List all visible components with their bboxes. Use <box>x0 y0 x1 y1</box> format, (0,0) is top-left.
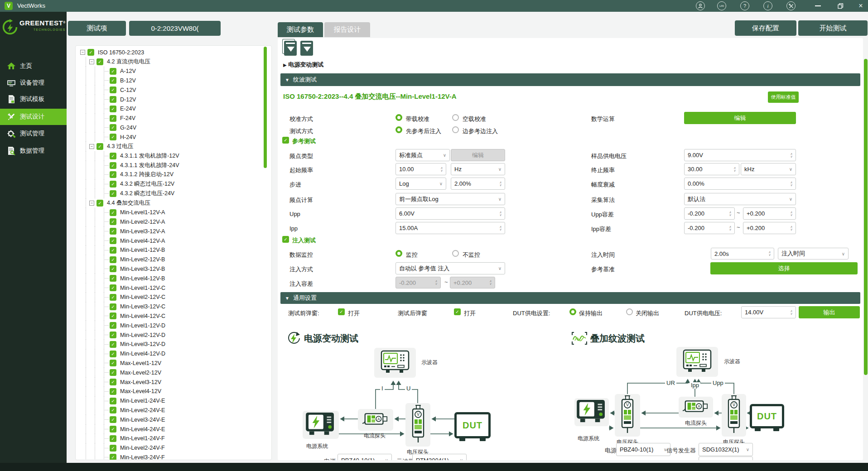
tree-checkbox[interactable] <box>110 398 116 404</box>
section-power-var-collapsed[interactable]: ▶ 电源变动测试 <box>283 61 323 69</box>
start-freq-unit-select[interactable]: Hz∨ <box>451 163 505 175</box>
ref-base-select-button[interactable]: 选择 <box>710 262 858 274</box>
radio-monitor-off[interactable] <box>452 250 459 257</box>
scope-select[interactable]: RTM3004(1)∨ <box>412 454 467 460</box>
tree-item-label[interactable]: Max-Level4-12V <box>120 388 161 394</box>
tree-item[interactable]: Min-Level3-12V-D <box>76 340 165 349</box>
inject-time-unit-select[interactable]: 注入时间∨ <box>778 248 849 260</box>
tree-checkbox[interactable] <box>96 200 103 207</box>
output-button[interactable]: 输出 <box>799 306 860 318</box>
tools-icon[interactable] <box>786 1 796 10</box>
tree-item-label[interactable]: Max-Level1-12V <box>120 360 161 366</box>
expander-icon[interactable]: − <box>89 201 94 206</box>
tree-item[interactable]: 4.3.1.1 发电机故障-24V <box>76 161 179 170</box>
tree-item[interactable]: Min-Level4-12V-B <box>76 274 165 283</box>
tree-item[interactable]: Max-Level2-12V <box>76 368 161 377</box>
tree-item-label[interactable]: Max-Level3-12V <box>120 379 161 385</box>
tree-item[interactable]: Min-Level4-12V-C <box>76 311 165 321</box>
minimize-icon[interactable] <box>813 1 822 10</box>
tree-item-label[interactable]: D-12V <box>120 96 136 103</box>
tree-item[interactable]: Min-Level3-12V-B <box>76 264 165 274</box>
math-edit-button[interactable]: 编辑 <box>684 112 796 124</box>
tree-checkbox[interactable] <box>110 124 116 131</box>
pre-popup-checkbox[interactable] <box>338 308 345 315</box>
tree-item[interactable]: Min-Level2-12V-D <box>76 330 165 340</box>
tree-item-label[interactable]: Min-Level1-12V-B <box>120 247 165 253</box>
tree-checkbox[interactable] <box>110 341 116 348</box>
tree-item-label[interactable]: 4.2 直流供电电压 <box>107 58 150 66</box>
collapse-all-icon[interactable] <box>284 41 297 56</box>
sidebar-item-home[interactable]: 主页 <box>0 58 67 74</box>
start-test-button[interactable]: 开始测试 <box>798 20 868 36</box>
tree-checkbox[interactable] <box>110 445 116 452</box>
tree-item[interactable]: −ISO 16750-2:2023 <box>76 48 144 57</box>
tab-test-params[interactable]: 测试参数 <box>278 22 323 37</box>
radio-ref-first[interactable] <box>395 126 402 133</box>
tree-checkbox[interactable] <box>110 115 116 122</box>
main-scrollbar[interactable] <box>864 59 868 375</box>
ref-test-checkbox[interactable] <box>282 137 289 144</box>
tree-item[interactable]: B-12V <box>76 76 136 85</box>
tree-item-label[interactable]: Min-Level1-12V-D <box>120 322 165 329</box>
tree-item[interactable]: Min-Level1-12V-A <box>76 208 165 217</box>
tree-item-label[interactable]: F-24V <box>120 115 135 121</box>
tree-checkbox[interactable] <box>110 369 116 376</box>
tree-item-label[interactable]: Min-Level2-12V-A <box>120 219 165 225</box>
radio-monitor-on[interactable] <box>395 250 402 257</box>
tree-item-label[interactable]: 4.3.1.1 发电机故障-12V <box>120 152 179 160</box>
help-icon[interactable]: ? <box>740 1 749 10</box>
sidebar-item-data[interactable]: 数据管理 <box>0 143 67 159</box>
atten-input[interactable]: 0.00%∧∨ <box>684 178 796 190</box>
post-popup-checkbox[interactable] <box>454 308 461 315</box>
tree-checkbox[interactable] <box>110 294 116 301</box>
tree-item-label[interactable]: Min-Level1-12V-A <box>120 209 165 216</box>
use-standard-button[interactable]: 使用标准值 <box>768 91 799 103</box>
tree-checkbox[interactable] <box>110 454 116 460</box>
radio-loaded-cal[interactable] <box>395 114 402 121</box>
upp-tol-max-input[interactable]: +0.200∧∨ <box>743 207 796 220</box>
test-items-button[interactable]: 测试项 <box>68 21 126 36</box>
tree-checkbox[interactable] <box>110 247 116 254</box>
tree-item-label[interactable]: C-12V <box>120 87 136 93</box>
tree-item-label[interactable]: 4.4 叠加交流电压 <box>107 199 150 207</box>
tree-item-label[interactable]: H-24V <box>120 134 136 140</box>
tree-item[interactable]: Min-Level3-24V-E <box>76 415 165 424</box>
tree-item-label[interactable]: 4.3.1.2 跨接启动-12V <box>120 171 174 178</box>
tree-item[interactable]: E-24V <box>76 104 136 114</box>
tree-checkbox[interactable] <box>110 256 116 263</box>
tree-item[interactable]: Min-Level2-24V-F <box>76 443 165 453</box>
tree-checkbox[interactable] <box>110 77 116 84</box>
tree-item[interactable]: −4.2 直流供电电压 <box>76 57 150 67</box>
upp-input[interactable]: 6.00V∧∨ <box>395 207 505 220</box>
tree-item-label[interactable]: Min-Level4-12V-B <box>120 275 165 282</box>
tree-item[interactable]: A-12V <box>76 67 136 76</box>
tree-item[interactable]: 4.3.2 瞬态过电压-12V <box>76 179 174 189</box>
tree-item[interactable]: Min-Level2-12V-B <box>76 255 165 264</box>
algo-select[interactable]: 默认法∨ <box>684 193 796 205</box>
tree-item-label[interactable]: A-12V <box>120 68 136 74</box>
inject-mode-select[interactable]: 自动以 参考值 注入∨ <box>395 262 505 274</box>
tree-checkbox[interactable] <box>110 360 116 366</box>
tree-item-label[interactable]: Min-Level2-12V-C <box>120 294 165 300</box>
tree-item-label[interactable]: Min-Level2-24V-F <box>120 445 165 451</box>
test-id-button[interactable]: 0-2:2023VW80( <box>129 21 221 36</box>
tree-item-label[interactable]: 4.3 过电压 <box>107 143 133 150</box>
tree-item[interactable]: Min-Level4-24V-E <box>76 424 165 434</box>
tree-item[interactable]: Max-Level3-12V <box>76 377 161 387</box>
tree-checkbox[interactable] <box>87 49 94 56</box>
tree-item-label[interactable]: Min-Level3-24V-E <box>120 417 165 423</box>
tree-checkbox[interactable] <box>110 134 116 140</box>
section-ripple-header[interactable]: ▼ 纹波测试 <box>280 73 860 86</box>
tree-item-label[interactable]: Max-Level2-12V <box>120 370 161 376</box>
tree-item[interactable]: F-24V <box>76 114 135 123</box>
tree-item[interactable]: 4.3.1.2 跨接启动-12V <box>76 170 174 179</box>
tree-item[interactable]: Min-Level1-12V-D <box>76 321 165 330</box>
tree-checkbox[interactable] <box>110 218 116 225</box>
section-general-header[interactable]: ▼ 通用设置 <box>280 292 860 304</box>
tree-checkbox[interactable] <box>110 284 116 291</box>
tree-item[interactable]: C-12V <box>76 85 136 95</box>
step-value-input[interactable]: 2.00%∧∨ <box>451 178 505 190</box>
tree-item[interactable]: Min-Level4-12V-A <box>76 236 165 245</box>
tree-checkbox[interactable] <box>110 426 116 433</box>
tree-item[interactable]: Min-Level1-24V-E <box>76 396 165 406</box>
